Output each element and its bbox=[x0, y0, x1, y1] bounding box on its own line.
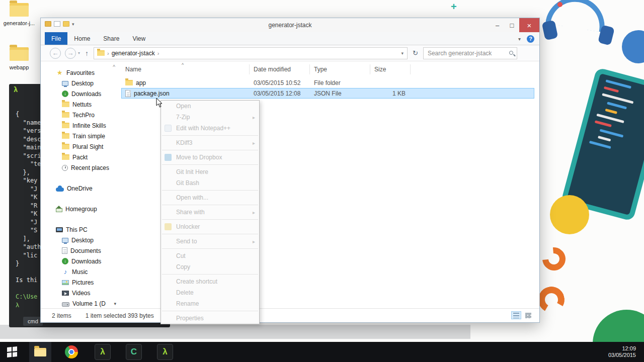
start-button[interactable] bbox=[0, 342, 24, 362]
desktop-icon-generator-jstack[interactable]: generator-j... bbox=[1, 3, 37, 26]
sidebar-item-this-pc[interactable]: This PC bbox=[41, 224, 119, 235]
taskbar-lambda-app-icon[interactable]: λ bbox=[92, 342, 114, 362]
sidebar-item-onedrive[interactable]: OneDrive bbox=[41, 183, 119, 194]
search-icon[interactable] bbox=[509, 51, 513, 55]
unlocker-icon bbox=[165, 223, 172, 230]
context-menu-item-open-with[interactable]: Open with... bbox=[161, 192, 259, 203]
details-view-button[interactable] bbox=[511, 311, 521, 319]
tab-view[interactable]: View bbox=[126, 32, 152, 45]
context-menu-item-share-with[interactable]: Share with ▸ bbox=[161, 207, 259, 218]
breadcrumb-segment[interactable]: generator-jstack bbox=[112, 50, 155, 57]
sidebar-item-label: Documents bbox=[70, 247, 101, 254]
tab-file[interactable]: File bbox=[45, 32, 67, 45]
context-menu-item-7zip[interactable]: 7-Zip ▸ bbox=[161, 112, 259, 123]
context-menu-item-edit-with-notepadpp[interactable]: Edit with Notepad++ bbox=[161, 123, 259, 134]
headphones-icon bbox=[545, 0, 609, 33]
forward-button[interactable]: → bbox=[65, 48, 76, 59]
sidebar-item-documents[interactable]: Documents bbox=[41, 245, 119, 256]
json-file-icon bbox=[125, 90, 131, 97]
context-menu-item-delete[interactable]: Delete bbox=[161, 287, 259, 298]
context-menu-item-unlocker[interactable]: Unlocker bbox=[161, 221, 259, 232]
file-row-app[interactable]: app 03/05/2015 10:52 File folder bbox=[121, 77, 534, 88]
taskbar-clock[interactable]: 12:09 03/05/2015 bbox=[608, 345, 636, 358]
column-header-name[interactable]: Name ^ bbox=[121, 64, 250, 74]
taskbar-lambda-app-icon[interactable]: λ bbox=[154, 342, 176, 362]
file-type-cell: File folder bbox=[310, 77, 370, 88]
sidebar-item-packt[interactable]: Packt bbox=[41, 152, 119, 162]
taskbar-cmder-icon[interactable]: C bbox=[123, 342, 145, 362]
new-folder-icon[interactable] bbox=[63, 21, 69, 27]
tab-share[interactable]: Share bbox=[97, 32, 126, 45]
context-menu-item-kdiff3[interactable]: KDiff3 ▸ bbox=[161, 137, 259, 148]
refresh-icon[interactable]: ↻ bbox=[413, 49, 418, 57]
close-button[interactable]: × bbox=[519, 18, 539, 32]
column-header-date-modified[interactable]: Date modified bbox=[250, 64, 310, 74]
sidebar-item-favourites[interactable]: ★ Favourites bbox=[41, 67, 119, 78]
taskbar-file-explorer-icon[interactable] bbox=[29, 342, 51, 362]
sidebar-item-videos[interactable]: Videos bbox=[41, 288, 119, 298]
monitor-icon bbox=[62, 81, 68, 86]
sidebar-item-techpro[interactable]: TechPro bbox=[41, 110, 119, 120]
sidebar-item-infinite-skills[interactable]: Infinite Skills bbox=[41, 120, 119, 131]
desktop: + + generator-j... webapp λ { "name "ver… bbox=[0, 0, 644, 362]
tab-home[interactable]: Home bbox=[67, 32, 97, 45]
back-button[interactable]: ← bbox=[50, 48, 61, 59]
mouse-cursor bbox=[156, 98, 163, 110]
terminal-tab[interactable]: cmd bbox=[23, 317, 43, 326]
sidebar-item-pc-downloads[interactable]: ↓ Downloads bbox=[41, 256, 119, 266]
sidebar-item-volume-1[interactable]: Volume 1 (D ▾ bbox=[41, 298, 119, 308]
sidebar-item-label: Favourites bbox=[66, 69, 95, 76]
sidebar-item-music[interactable]: ♪ Music bbox=[41, 266, 119, 277]
up-button[interactable]: ↑ bbox=[85, 49, 89, 57]
context-menu-item-rename[interactable]: Rename bbox=[161, 298, 259, 309]
context-menu-item-move-to-dropbox[interactable]: Move to Dropbox bbox=[161, 152, 259, 163]
desktop-icon-webapp[interactable]: webapp bbox=[1, 47, 37, 70]
context-menu-item-git-init-here[interactable]: Git Init Here bbox=[161, 166, 259, 177]
column-header-size[interactable]: Size bbox=[370, 64, 411, 74]
title-bar[interactable]: ▾ generator-jstack – □ × bbox=[41, 18, 539, 32]
sidebar-item-label: Volume 1 (D bbox=[72, 300, 106, 307]
breadcrumb[interactable]: › generator-jstack › ▾ bbox=[94, 47, 408, 59]
maximize-button[interactable]: □ bbox=[505, 18, 519, 32]
sidebar-item-pictures[interactable]: Pictures bbox=[41, 277, 119, 288]
context-menu-item-open[interactable]: Open bbox=[161, 101, 259, 112]
expand-ribbon-icon[interactable]: ▾ bbox=[518, 36, 521, 42]
search-input[interactable] bbox=[427, 48, 506, 58]
folder-icon bbox=[10, 47, 29, 61]
file-row-package-json[interactable]: package.json 03/05/2015 12:08 JSON File … bbox=[121, 88, 534, 99]
taskbar-chrome-icon[interactable] bbox=[60, 342, 83, 362]
address-dropdown-icon[interactable]: ▾ bbox=[401, 51, 404, 56]
sidebar-item-downloads[interactable]: ↓ Downloads bbox=[41, 88, 119, 99]
sidebar-item-label: TechPro bbox=[72, 112, 95, 119]
context-menu-item-git-bash[interactable]: Git Bash bbox=[161, 177, 259, 189]
help-icon[interactable]: ? bbox=[527, 35, 534, 43]
sidebar-item-train-simple[interactable]: Train simple bbox=[41, 131, 119, 141]
sidebar-item-plural-sight[interactable]: Plural Sight bbox=[41, 141, 119, 152]
sidebar-item-nettuts[interactable]: Nettuts bbox=[41, 99, 119, 110]
qat-dropdown-icon[interactable]: ▾ bbox=[72, 22, 74, 27]
sidebar-item-desktop[interactable]: Desktop bbox=[41, 78, 119, 88]
sidebar-item-recent-places[interactable]: Recent places bbox=[41, 162, 119, 173]
sidebar-item-label: Desktop bbox=[71, 237, 94, 244]
thumbnails-view-button[interactable] bbox=[523, 311, 533, 319]
collapse-chevron-icon[interactable]: ▾ bbox=[114, 301, 116, 306]
context-menu-item-properties[interactable]: Properties bbox=[161, 313, 259, 324]
desktop-icon-label: webapp bbox=[1, 64, 37, 70]
sidebar-item-homegroup[interactable]: Homegroup bbox=[41, 204, 119, 214]
menu-item-label: Copy bbox=[176, 263, 190, 270]
headphones-earcup-icon bbox=[598, 25, 615, 45]
context-menu-item-cut[interactable]: Cut bbox=[161, 250, 259, 261]
window-title: generator-jstack bbox=[41, 22, 539, 29]
sidebar-item-pc-desktop[interactable]: Desktop bbox=[41, 235, 119, 245]
context-menu-item-copy[interactable]: Copy bbox=[161, 261, 259, 273]
column-header-type[interactable]: Type bbox=[310, 64, 370, 74]
minimize-button[interactable]: – bbox=[490, 18, 505, 32]
qat-icon[interactable] bbox=[45, 21, 51, 27]
menu-item-label: Send to bbox=[176, 238, 197, 245]
history-dropdown-icon[interactable]: ▾ bbox=[78, 51, 80, 55]
plus-icon: + bbox=[451, 1, 457, 13]
context-menu-item-create-shortcut[interactable]: Create shortcut bbox=[161, 276, 259, 287]
properties-icon[interactable] bbox=[54, 21, 60, 27]
wallpaper-tablet-illustration bbox=[561, 67, 644, 222]
context-menu-item-send-to[interactable]: Send to ▸ bbox=[161, 236, 259, 247]
